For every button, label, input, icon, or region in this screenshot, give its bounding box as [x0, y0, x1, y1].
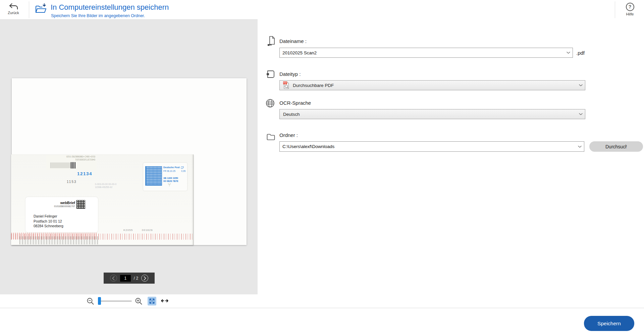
barcode-strip-icon	[50, 162, 71, 168]
page-title: In Computereinstellungen speichern	[51, 3, 169, 12]
fit-to-window-button[interactable]	[148, 297, 156, 305]
zoom-slider-thumb[interactable]	[98, 297, 101, 305]
zoom-toolbar	[0, 294, 258, 308]
sticker-text: 04013710300101 010+36C+0B088292 010	[56, 155, 95, 161]
page-subtitle: Speichern Sie Ihre Bilder im angegebenen…	[51, 13, 145, 18]
content-divider	[0, 308, 644, 308]
browse-button-label: Durchsuchen	[605, 144, 627, 149]
sorting-code: 12134	[77, 171, 92, 176]
faint-codes: 0-003-00-00 00-00-0 11598-H5255-92	[95, 183, 116, 189]
filename-icon	[267, 36, 275, 46]
zoom-out-button[interactable]	[87, 297, 95, 305]
folder-icon	[267, 133, 275, 140]
scanned-envelope: 04013710300101 010+36C+0B088292 010 1213…	[11, 154, 194, 245]
folder-combobox[interactable]	[279, 141, 584, 152]
pdf-badge-text: PDF	[283, 82, 287, 84]
header-divider-right	[615, 1, 615, 18]
scan-page-preview: 04013710300101 010+36C+0B088292 010 1213…	[12, 78, 247, 245]
product-name: webBrief	[42, 201, 75, 205]
preview-panel: 04013710300101 010+36C+0B088292 010 1213…	[0, 19, 258, 294]
ocr-language-dropdown[interactable]: Deutsch	[279, 109, 585, 119]
filename-dropdown-button[interactable]	[564, 48, 573, 57]
save-button-label: Speichern	[597, 321, 621, 327]
back-arrow-icon	[9, 3, 18, 10]
help-label: Hilfe	[621, 12, 639, 16]
back-label: Zurück	[3, 11, 23, 15]
question-circle-icon: ?	[626, 3, 634, 11]
chevron-right-icon	[144, 276, 146, 280]
filename-label: Dateiname :	[279, 38, 307, 44]
zoom-slider-track[interactable]	[98, 300, 132, 302]
datamatrix-blue-icon	[145, 166, 162, 186]
seedling-icon	[167, 183, 171, 187]
franking-code-1: 3B 1300 3350	[163, 177, 185, 180]
save-to-folder-icon	[35, 3, 47, 14]
next-page-button[interactable]	[141, 275, 148, 282]
datamatrix-black-icon	[76, 200, 85, 209]
header-divider	[29, 1, 29, 18]
help-button[interactable]: ? Hilfe	[621, 3, 639, 18]
routing-sticker: 04013710300101 010+36C+0B088292 010	[46, 155, 97, 170]
chevron-down-icon	[579, 84, 583, 86]
bottom-code-2: 001626	[142, 229, 153, 232]
machine-code: 1153	[67, 180, 77, 184]
chevron-down-icon	[567, 52, 570, 54]
franking-price: 0,95	[181, 170, 185, 172]
back-button[interactable]: Zurück	[3, 2, 23, 18]
bottom-code-1: K2055	[123, 229, 133, 232]
filetype-dropdown[interactable]: PDF Durchsuchbare PDF	[279, 80, 585, 90]
fit-arrows-icon	[149, 298, 155, 304]
filetype-icon	[266, 70, 275, 79]
chevron-left-icon	[112, 276, 115, 280]
franking-date: FR 06.10.25	[163, 170, 175, 172]
filetype-value: Durchsuchbare PDF	[293, 83, 334, 88]
folder-label: Ordner :	[279, 132, 298, 138]
total-pages-label: / 2	[134, 276, 138, 281]
filetype-label: Dateityp :	[279, 71, 301, 77]
header: Zurück In Computereinstellungen speicher…	[0, 0, 644, 19]
pdf-search-icon: PDF	[283, 81, 289, 89]
chevron-down-icon	[578, 146, 582, 148]
zoom-in-button[interactable]	[135, 297, 143, 305]
franking-code-2: 00 0828 7B7E	[163, 180, 185, 183]
current-page-field[interactable]: 1	[120, 275, 131, 282]
previous-page-button[interactable]	[110, 275, 117, 282]
ocr-language-globe-icon	[266, 99, 275, 108]
filename-input[interactable]	[280, 50, 564, 55]
chevron-down-icon	[579, 113, 583, 115]
recipient-address: Daniel Felinger Postfach 10 01 12 08284 …	[34, 214, 63, 229]
ocr-language-label: OCR-Sprache	[279, 100, 311, 106]
fit-width-button[interactable]	[160, 298, 169, 303]
ocr-language-value: Deutsch	[283, 112, 300, 117]
address-window: webBrief 0101658000081707 Daniel Felinge…	[25, 197, 98, 232]
gray-barcode-strip	[19, 236, 98, 244]
product-code: 0101658000081707	[36, 205, 75, 207]
filetype-dropdown-button[interactable]	[576, 81, 585, 90]
posthorn-icon	[180, 166, 184, 169]
ocr-dropdown-button[interactable]	[576, 109, 585, 119]
save-button[interactable]: Speichern	[584, 316, 634, 331]
folder-path-input[interactable]	[280, 144, 575, 149]
folder-dropdown-button[interactable]	[575, 142, 584, 151]
extension-suffix-label: .pdf	[576, 50, 585, 56]
franking-mark: Deutsche Post FR 06.10.25 0,95 3B 1300 3…	[143, 163, 187, 191]
filename-combobox[interactable]	[279, 48, 573, 58]
carrier-name: Deutsche Post	[163, 166, 180, 169]
page-navigator: 1 / 2	[104, 273, 155, 284]
franking-text: Deutsche Post FR 06.10.25 0,95 3B 1300 3…	[163, 166, 185, 183]
barcode-dark-icon	[71, 162, 76, 169]
browse-button[interactable]: Durchsuchen	[589, 141, 643, 152]
